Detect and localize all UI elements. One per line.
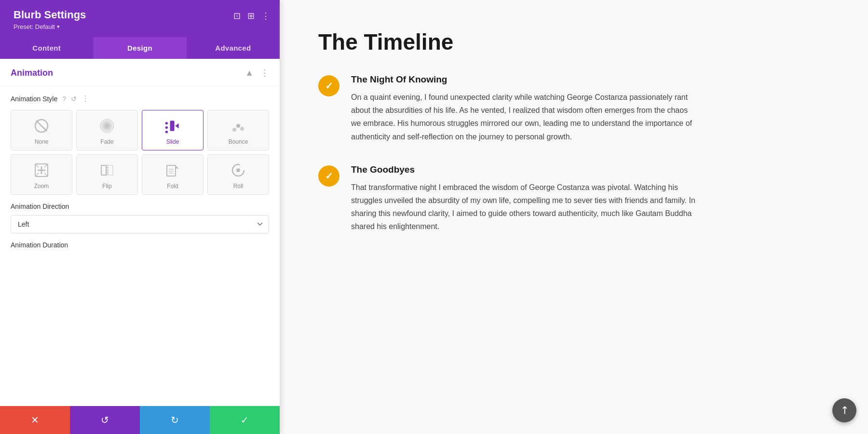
- panel-actions: ✕ ↺ ↻ ✓: [0, 406, 280, 434]
- panel-body: Animation ▲ ⋮ Animation Style ? ↺ ⋮: [0, 59, 280, 406]
- columns-icon[interactable]: ⊞: [247, 11, 255, 21]
- timeline-item-title-2: The Goodbyes: [351, 164, 698, 175]
- animation-style-label: Animation Style: [11, 95, 57, 103]
- timeline-item-text-1: On a quaint evening, I found unexpected …: [351, 91, 698, 143]
- anim-fade-label: Fade: [100, 138, 113, 145]
- tab-content[interactable]: Content: [0, 37, 93, 59]
- panel-header-left: Blurb Settings Preset: Default ▾: [14, 9, 86, 30]
- anim-style-zoom[interactable]: Zoom: [11, 154, 72, 195]
- svg-point-3: [165, 122, 168, 124]
- timeline-content-1: The Night Of Knowing On a quaint evening…: [351, 74, 698, 143]
- settings-panel: Blurb Settings Preset: Default ▾ ⊡ ⊞ ⋮ C…: [0, 0, 280, 434]
- check-icon-1: ✓: [325, 80, 333, 92]
- page-title: The Timeline: [318, 29, 829, 55]
- check-icon-2: ✓: [325, 170, 333, 182]
- anim-fold-label: Fold: [167, 183, 178, 190]
- timeline-item-2: ✓ The Goodbyes That transformative night…: [318, 164, 829, 233]
- svg-point-29: [236, 168, 240, 172]
- svg-point-4: [165, 126, 168, 129]
- direction-label: Animation Direction: [11, 203, 269, 210]
- svg-rect-6: [170, 121, 175, 131]
- tab-design[interactable]: Design: [93, 37, 186, 59]
- panel-preset[interactable]: Preset: Default ▾: [14, 23, 86, 30]
- anim-style-roll[interactable]: Roll: [207, 154, 269, 195]
- cancel-button[interactable]: ✕: [0, 406, 70, 434]
- anim-style-slide[interactable]: Slide: [142, 110, 203, 150]
- collapse-icon[interactable]: ▲: [245, 68, 254, 78]
- content-area: The Timeline ✓ The Night Of Knowing On a…: [280, 0, 868, 434]
- duration-label: Animation Duration: [11, 241, 269, 249]
- anim-style-fade[interactable]: Fade: [76, 110, 138, 150]
- roll-icon: [230, 162, 247, 179]
- timeline-item-text-2: That transformative night I embraced the…: [351, 181, 698, 233]
- preset-arrow-icon: ▾: [57, 24, 60, 30]
- confirm-button[interactable]: ✓: [210, 406, 280, 434]
- section-header-icons: ▲ ⋮: [245, 68, 269, 78]
- float-arrow-icon: ↗: [837, 403, 852, 418]
- style-more-icon[interactable]: ⋮: [81, 94, 89, 103]
- more-icon[interactable]: ⋮: [261, 11, 270, 21]
- anim-flip-label: Flip: [102, 183, 111, 190]
- svg-line-15: [44, 164, 47, 167]
- anim-roll-label: Roll: [233, 183, 244, 190]
- svg-rect-21: [167, 165, 176, 176]
- animation-style-label-row: Animation Style ? ↺ ⋮: [11, 94, 269, 103]
- anim-style-flip[interactable]: Flip: [76, 154, 138, 195]
- direction-select[interactable]: Left Right Top Bottom: [11, 215, 269, 233]
- svg-point-9: [236, 124, 240, 128]
- reset-icon[interactable]: ↺: [71, 95, 77, 103]
- undo-button[interactable]: ↺: [70, 406, 140, 434]
- slide-icon: [164, 117, 181, 135]
- section-more-icon[interactable]: ⋮: [260, 68, 269, 78]
- svg-marker-7: [175, 123, 178, 129]
- bounce-icon: [230, 117, 247, 135]
- anim-style-bounce[interactable]: Bounce: [207, 110, 269, 150]
- fade-icon: [98, 117, 116, 135]
- svg-marker-22: [176, 165, 178, 168]
- animation-section-header: Animation ▲ ⋮: [0, 59, 280, 86]
- svg-point-8: [232, 128, 236, 132]
- svg-rect-19: [108, 165, 113, 175]
- anim-style-none[interactable]: None: [11, 110, 72, 150]
- float-action-button[interactable]: ↗: [832, 398, 856, 422]
- anim-slide-label: Slide: [166, 138, 179, 145]
- anim-zoom-label: Zoom: [34, 183, 49, 190]
- animation-style-grid: None: [11, 110, 269, 195]
- panel-header-icons: ⊡ ⊞ ⋮: [233, 11, 270, 21]
- animation-section-title: Animation: [11, 68, 53, 78]
- anim-none-label: None: [35, 138, 49, 145]
- timeline-icon-2: ✓: [318, 165, 339, 187]
- panel-title: Blurb Settings: [14, 9, 86, 21]
- flip-icon: [98, 162, 116, 179]
- tabs-bar: Content Design Advanced: [0, 37, 280, 59]
- animation-style-group: Animation Style ? ↺ ⋮ None: [0, 86, 280, 203]
- timeline-item-title-1: The Night Of Knowing: [351, 74, 698, 85]
- svg-line-16: [36, 173, 39, 176]
- focus-icon[interactable]: ⊡: [233, 11, 241, 21]
- anim-bounce-label: Bounce: [229, 138, 248, 145]
- help-icon[interactable]: ?: [62, 95, 66, 103]
- timeline-item-1: ✓ The Night Of Knowing On a quaint eveni…: [318, 74, 829, 143]
- redo-button[interactable]: ↻: [140, 406, 210, 434]
- svg-point-2: [100, 119, 114, 133]
- svg-line-17: [44, 173, 47, 176]
- fold-icon: [164, 162, 181, 179]
- animation-duration-group: Animation Duration: [0, 241, 280, 261]
- animation-direction-group: Animation Direction Left Right Top Botto…: [0, 203, 280, 241]
- none-icon: [33, 117, 50, 135]
- anim-style-fold[interactable]: Fold: [142, 154, 203, 195]
- svg-rect-18: [101, 165, 106, 175]
- timeline-icon-1: ✓: [318, 75, 339, 96]
- svg-line-14: [36, 164, 39, 167]
- tab-advanced[interactable]: Advanced: [187, 37, 280, 59]
- svg-line-1: [36, 121, 47, 131]
- svg-point-5: [165, 131, 168, 133]
- timeline-content-2: The Goodbyes That transformative night I…: [351, 164, 698, 233]
- svg-point-10: [240, 127, 244, 131]
- panel-header: Blurb Settings Preset: Default ▾ ⊡ ⊞ ⋮: [0, 0, 280, 37]
- zoom-icon: [33, 162, 50, 179]
